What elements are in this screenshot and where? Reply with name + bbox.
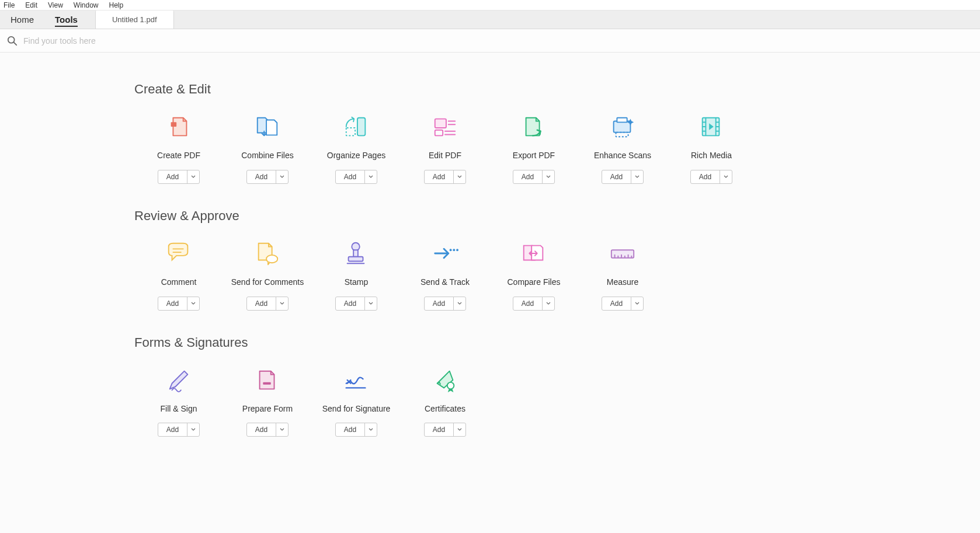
menu-edit[interactable]: Edit (20, 1, 42, 9)
tool-compare-files[interactable]: Compare FilesAdd (489, 240, 578, 311)
chevron-down-icon[interactable] (543, 170, 554, 183)
searchbar (0, 29, 980, 53)
tool-export-pdf[interactable]: Export PDFAdd (489, 113, 578, 184)
add-button[interactable]: Add (424, 297, 466, 311)
tool-comment[interactable]: CommentAdd (134, 240, 223, 311)
combine-files-icon (252, 113, 283, 140)
send-track-icon (430, 240, 460, 267)
add-button[interactable]: Add (158, 170, 200, 184)
chevron-down-icon[interactable] (187, 297, 199, 310)
add-button[interactable]: Add (424, 170, 466, 184)
tool-rich-media[interactable]: Rich MediaAdd (667, 113, 756, 184)
menu-file[interactable]: File (2, 1, 19, 9)
tool-enhance-scans[interactable]: Enhance ScansAdd (578, 113, 667, 184)
chevron-down-icon[interactable] (543, 297, 554, 310)
add-button[interactable]: Add (158, 423, 200, 437)
tool-label: Send for Signature (322, 404, 391, 414)
tab-home[interactable]: Home (0, 11, 44, 29)
add-button[interactable]: Add (246, 423, 289, 437)
chevron-down-icon[interactable] (365, 423, 377, 436)
menubar: File Edit View Window Help (0, 0, 980, 11)
menu-view[interactable]: View (43, 1, 68, 9)
tool-prepare-form[interactable]: Prepare FormAdd (223, 367, 312, 437)
tool-label: Measure (607, 277, 638, 287)
chevron-down-icon[interactable] (454, 423, 465, 436)
tool-label: Enhance Scans (594, 151, 651, 161)
chevron-down-icon[interactable] (187, 170, 199, 183)
tool-label: Organize Pages (327, 151, 385, 161)
tool-label: Export PDF (513, 151, 555, 161)
tool-organize-pages[interactable]: Organize PagesAdd (312, 113, 401, 184)
tool-combine-files[interactable]: Combine FilesAdd (223, 113, 312, 184)
tool-label: Fill & Sign (160, 404, 197, 414)
add-button-label: Add (158, 297, 187, 310)
tool-fill-and-sign[interactable]: Fill & SignAdd (134, 367, 223, 437)
add-button[interactable]: Add (602, 170, 644, 184)
tool-label: Certificates (425, 404, 465, 414)
add-button[interactable]: Add (335, 170, 377, 184)
enhance-scans-icon (607, 113, 638, 140)
tool-stamp[interactable]: StampAdd (312, 240, 401, 311)
tool-row: Create PDFAddCombine FilesAddOrganize Pa… (134, 113, 980, 184)
organize-pages-icon (341, 113, 371, 140)
chevron-down-icon[interactable] (276, 297, 288, 310)
add-button[interactable]: Add (246, 297, 289, 311)
tool-send-for-signature[interactable]: Send for SignatureAdd (312, 367, 401, 437)
add-button[interactable]: Add (424, 423, 466, 437)
chevron-down-icon[interactable] (631, 297, 643, 310)
add-button[interactable]: Add (335, 423, 377, 437)
tab-document[interactable]: Untitled 1.pdf (95, 11, 174, 29)
add-button-label: Add (336, 170, 365, 183)
add-button-label: Add (425, 170, 454, 183)
add-button-label: Add (425, 423, 454, 436)
chevron-down-icon[interactable] (720, 170, 732, 183)
content-area: Create & EditCreate PDFAddCombine FilesA… (0, 53, 980, 533)
add-button-label: Add (513, 297, 543, 310)
add-button-label: Add (425, 297, 454, 310)
section-title: Forms & Signatures (134, 335, 980, 350)
search-input[interactable] (18, 33, 973, 49)
add-button[interactable]: Add (513, 170, 555, 184)
add-button[interactable]: Add (158, 297, 200, 311)
tool-label: Rich Media (691, 151, 732, 161)
add-button[interactable]: Add (335, 297, 377, 311)
add-button[interactable]: Add (690, 170, 732, 184)
add-button-label: Add (602, 297, 631, 310)
chevron-down-icon[interactable] (365, 170, 377, 183)
chevron-down-icon[interactable] (187, 423, 199, 436)
export-pdf-icon (519, 113, 549, 140)
tool-send-and-track[interactable]: Send & TrackAdd (401, 240, 489, 311)
certificates-icon (430, 367, 460, 393)
add-button-label: Add (691, 170, 720, 183)
stamp-icon (341, 240, 371, 267)
chevron-down-icon[interactable] (276, 423, 288, 436)
tool-send-for-comments[interactable]: Send for CommentsAdd (223, 240, 312, 311)
tool-create-pdf[interactable]: Create PDFAdd (134, 113, 223, 184)
send-for-comments-icon (252, 240, 283, 267)
add-button[interactable]: Add (513, 297, 555, 311)
tool-certificates[interactable]: CertificatesAdd (401, 367, 489, 437)
tool-edit-pdf[interactable]: Edit PDFAdd (401, 113, 489, 184)
content-scroll[interactable]: Create & EditCreate PDFAddCombine FilesA… (0, 53, 980, 533)
tool-row: Fill & SignAddPrepare FormAddSend for Si… (134, 367, 980, 437)
add-button-label: Add (602, 170, 631, 183)
measure-icon (607, 240, 638, 267)
tool-label: Edit PDF (429, 151, 461, 161)
add-button-label: Add (158, 423, 187, 436)
add-button-label: Add (247, 170, 276, 183)
tab-tools[interactable]: Tools (44, 11, 88, 29)
chevron-down-icon[interactable] (454, 297, 465, 310)
tool-label: Comment (161, 277, 197, 287)
menu-window[interactable]: Window (69, 1, 103, 9)
tool-label: Stamp (345, 277, 368, 287)
add-button-label: Add (336, 423, 365, 436)
chevron-down-icon[interactable] (454, 170, 465, 183)
add-button[interactable]: Add (602, 297, 644, 311)
chevron-down-icon[interactable] (276, 170, 288, 183)
chevron-down-icon[interactable] (631, 170, 643, 183)
chevron-down-icon[interactable] (365, 297, 377, 310)
compare-files-icon (519, 240, 549, 267)
add-button[interactable]: Add (246, 170, 289, 184)
menu-help[interactable]: Help (105, 1, 128, 9)
tool-measure[interactable]: MeasureAdd (578, 240, 667, 311)
